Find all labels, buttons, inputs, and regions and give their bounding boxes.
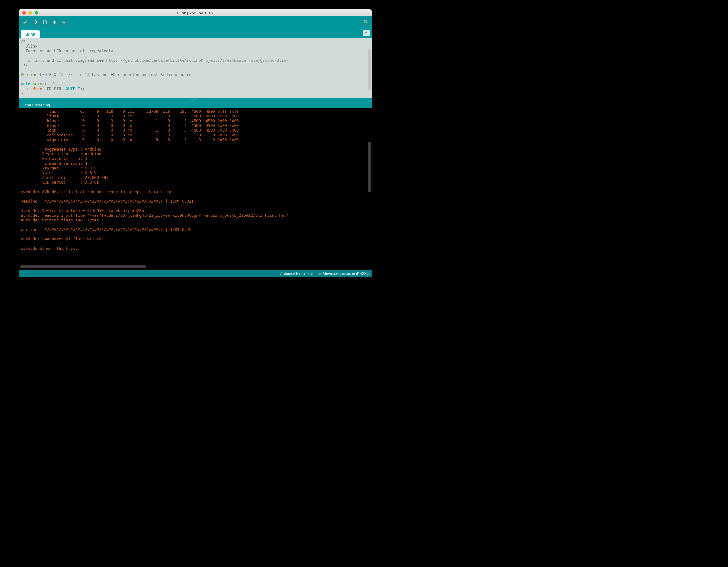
minimize-window-button[interactable] <box>28 11 32 15</box>
file-icon <box>43 20 48 26</box>
tab-menu-button[interactable] <box>363 30 370 36</box>
footer-bar: Arduino/Genuino Uno on /dev/cu.wchusbser… <box>19 270 372 277</box>
tab-bar: Blink <box>19 29 372 38</box>
pane-splitter[interactable] <box>19 98 372 102</box>
status-bar: Done uploading. <box>19 102 372 108</box>
magnifier-icon <box>363 20 368 26</box>
board-port-label: Arduino/Genuino Uno on /dev/cu.wchusbser… <box>280 271 368 276</box>
sketch-tab-blink[interactable]: Blink <box>21 30 40 38</box>
arrow-right-icon <box>33 20 38 26</box>
console-vertical-scrollbar[interactable] <box>368 142 371 192</box>
serial-monitor-button[interactable] <box>361 19 370 27</box>
output-console[interactable]: flash 65 6 128 0 yes 32768 128 256 4500 … <box>19 108 372 270</box>
chevron-down-icon <box>365 30 368 36</box>
info-url-link[interactable]: https://github.com/tardate/LittleArduino… <box>106 58 288 63</box>
check-icon <box>23 20 28 26</box>
window-controls <box>22 11 38 15</box>
svg-point-0 <box>364 20 367 23</box>
status-message: Done uploading. <box>21 103 51 107</box>
console-horizontal-scrollbar[interactable] <box>20 265 146 268</box>
verify-button[interactable] <box>21 18 30 27</box>
open-sketch-button[interactable] <box>50 19 59 27</box>
save-sketch-button[interactable] <box>60 19 68 27</box>
console-text: flash 65 6 128 0 yes 32768 128 256 4500 … <box>19 109 372 260</box>
editor-scrollbar[interactable] <box>368 49 371 90</box>
arrow-up-icon <box>52 20 57 26</box>
arduino-ide-window: Blink | Arduino 1.8.2 Blink /* Blink Tur… <box>19 9 372 277</box>
zoom-window-button[interactable] <box>35 11 38 15</box>
titlebar[interactable]: Blink | Arduino 1.8.2 <box>19 9 372 16</box>
arrow-down-icon <box>61 20 66 26</box>
code-content[interactable]: /* Blink Turns on an LED on and off repe… <box>21 39 370 96</box>
window-title: Blink | Arduino 1.8.2 <box>19 11 372 15</box>
toolbar <box>19 16 372 29</box>
splitter-grip-icon <box>191 99 200 100</box>
close-window-button[interactable] <box>22 11 26 15</box>
code-editor[interactable]: /* Blink Turns on an LED on and off repe… <box>19 38 372 98</box>
new-sketch-button[interactable] <box>41 19 49 27</box>
upload-button[interactable] <box>31 18 40 27</box>
